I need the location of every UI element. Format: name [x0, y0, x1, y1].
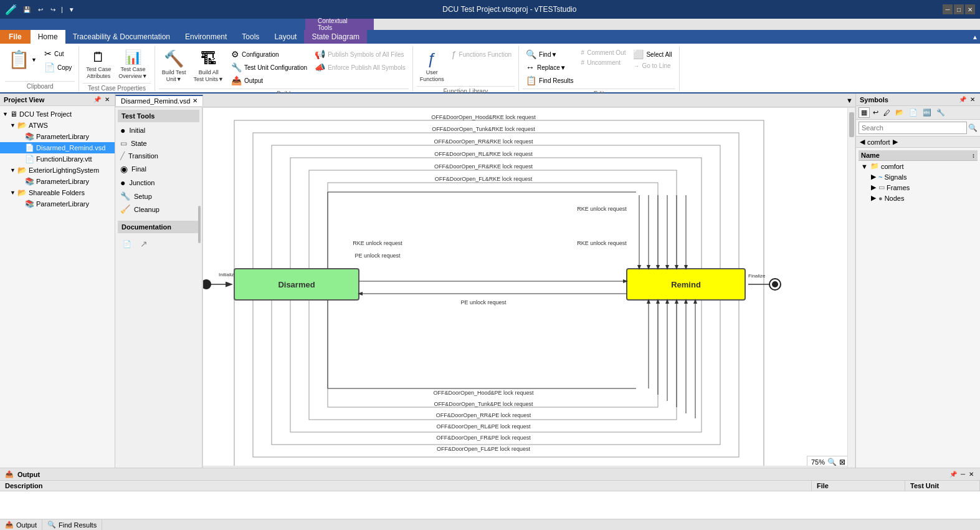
- quick-redo[interactable]: ↪: [49, 5, 57, 14]
- publish-symbols-btn[interactable]: 📢 Publish Symbols of All Files: [312, 48, 409, 60]
- zoom-reset-btn[interactable]: ⊠: [839, 458, 845, 466]
- zoom-fit-btn[interactable]: 🔍: [827, 458, 837, 466]
- functions-function-btn[interactable]: ƒ Functions Function: [449, 48, 515, 60]
- goto-line-btn[interactable]: → Go to Line: [630, 61, 675, 70]
- sym-btn-3[interactable]: 🖊: [882, 108, 892, 117]
- doc-tool-2[interactable]: ↗: [138, 237, 150, 251]
- symbols-breadcrumb-arrow-left[interactable]: ◀: [860, 138, 865, 146]
- uncomment-btn[interactable]: # Uncomment: [578, 58, 629, 67]
- doc-tool-1[interactable]: 📄: [120, 237, 134, 251]
- tree-item-param1[interactable]: 📚 ParameterLibrary: [0, 131, 115, 142]
- tree-arrow-exterior[interactable]: ▼: [10, 167, 17, 173]
- quick-arrow[interactable]: ▼: [67, 5, 77, 14]
- output-tab-findresults[interactable]: 🔍 Find Results: [42, 519, 102, 530]
- tool-junction[interactable]: ● Junction: [118, 176, 199, 190]
- project-view-close[interactable]: ✕: [103, 95, 111, 104]
- cut-btn[interactable]: ✂ Cut: [41, 47, 75, 60]
- build-test-unit-btn[interactable]: 🔨 Build TestUnit▼: [159, 47, 189, 85]
- tab-tools[interactable]: Tools: [234, 30, 267, 44]
- tab-file[interactable]: File: [0, 30, 31, 44]
- sym-item-comfort[interactable]: ▼ 📁 comfort: [859, 161, 978, 171]
- test-unit-config-btn[interactable]: 🔧 Test Unit Configuration: [228, 61, 310, 74]
- tool-state[interactable]: ▭ State: [118, 137, 199, 150]
- tree-arrow-atws[interactable]: ▼: [10, 122, 17, 128]
- paste-btn[interactable]: 📋 ▼: [5, 47, 40, 72]
- sym-btn-6[interactable]: 🔤: [921, 108, 933, 117]
- testcase-attr-btn[interactable]: 🗒 Test CaseAttributes: [83, 47, 114, 82]
- tab-traceability[interactable]: Traceability & Documentation: [65, 30, 178, 44]
- find-results-btn[interactable]: 📋 Find Results: [523, 74, 577, 87]
- quick-sep: |: [61, 6, 63, 13]
- symbols-close[interactable]: ✕: [969, 95, 976, 104]
- tree-item-atws[interactable]: ▼ 📂 ATWS: [0, 120, 115, 131]
- copy-btn[interactable]: 📄 Copy: [41, 61, 75, 74]
- quick-undo[interactable]: ↩: [36, 5, 45, 14]
- symbols-breadcrumb-arrow-right[interactable]: ▶: [893, 138, 898, 146]
- configuration-btn[interactable]: ⚙ Configuration: [228, 48, 310, 60]
- doc-icon-1: 📄: [123, 240, 131, 248]
- tree-item-disarmed-vsd[interactable]: 📄 Disarmed_Remind.vsd: [0, 142, 115, 153]
- output-btn[interactable]: 📤 Output: [228, 74, 310, 87]
- output-pin[interactable]: 📌: [948, 470, 958, 478]
- tree-item-shareable[interactable]: ▼ 📂 Shareable Folders: [0, 187, 115, 198]
- replace-btn[interactable]: ↔ Replace▼: [523, 61, 577, 74]
- tree-item-param3[interactable]: 📚 ParameterLibrary: [0, 198, 115, 210]
- symbols-pin[interactable]: 📌: [958, 95, 968, 104]
- tool-initial[interactable]: ● Initial: [118, 123, 199, 137]
- tree-arrow-shareable[interactable]: ▼: [10, 190, 17, 196]
- diagram-area[interactable]: OFF&DoorOpen_Hood&RKE lock request OFF&D…: [202, 107, 855, 474]
- diagram-vscrollbar[interactable]: [847, 108, 855, 473]
- sym-btn-5[interactable]: 📄: [907, 108, 920, 117]
- sym-btn-7[interactable]: 🔧: [935, 108, 947, 117]
- sym-item-frames[interactable]: ▶ ▭ Frames: [859, 182, 978, 193]
- svg-text:OFF&DoorOpen_FR&RKE lock reque: OFF&DoorOpen_FR&RKE lock request: [434, 163, 533, 170]
- tree-item-param2[interactable]: 📚 ParameterLibrary: [0, 176, 115, 187]
- build-all-test-units-btn[interactable]: 🏗 Build AllTest Units▼: [191, 47, 227, 85]
- tab-state-diagram[interactable]: State Diagram: [304, 30, 367, 44]
- testcase-overview-btn[interactable]: 📊 Test CaseOverview▼: [115, 47, 150, 82]
- project-view-pin[interactable]: 📌: [92, 95, 102, 104]
- sym-item-nodes[interactable]: ▶ ● Nodes: [859, 193, 978, 203]
- user-functions-btn[interactable]: ƒ UserFunctions: [417, 47, 447, 85]
- build-all-icon: 🏗: [201, 49, 217, 69]
- state-icon: ▭: [120, 139, 127, 148]
- tool-cleanup[interactable]: 🧹 Cleanup: [118, 203, 199, 216]
- tree-item-exterior[interactable]: ▼ 📂 ExteriorLightingSystem: [0, 165, 115, 176]
- tool-final[interactable]: ◉ Final: [118, 162, 199, 176]
- maximize-btn[interactable]: □: [954, 4, 964, 14]
- svg-text:Finalize: Finalize: [748, 273, 766, 279]
- sym-btn-1[interactable]: ▦: [859, 107, 870, 118]
- tab-environment[interactable]: Environment: [178, 30, 234, 44]
- doc-tab-close[interactable]: ✕: [193, 97, 197, 104]
- sym-btn-4[interactable]: 📂: [893, 108, 906, 117]
- symbols-search-input[interactable]: [859, 122, 967, 134]
- publish-btns: 📢 Publish Symbols of All Files 📣 Enforce…: [312, 47, 409, 74]
- tab-layout[interactable]: Layout: [267, 30, 304, 44]
- enforce-publish-btn[interactable]: 📣 Enforce Publish All Symbols: [312, 61, 409, 74]
- doc-tab-disarmed[interactable]: Disarmed_Remind.vsd ✕: [115, 95, 203, 106]
- tool-transition[interactable]: ╱ Transition: [118, 150, 199, 162]
- close-btn[interactable]: ✕: [965, 4, 975, 14]
- comment-out-btn[interactable]: # Comment Out: [578, 48, 629, 57]
- tree-item-dcu[interactable]: ▼ 🖥 DCU Test Project: [0, 108, 115, 120]
- output-close[interactable]: ✕: [968, 470, 975, 478]
- find-btn[interactable]: 🔍 Find▼: [523, 48, 577, 60]
- output-tab-output[interactable]: 📤 Output: [0, 519, 42, 530]
- output-title: Output: [17, 471, 40, 478]
- diagram-vscroll-thumb[interactable]: [849, 112, 854, 137]
- output-minimize[interactable]: ─: [959, 470, 966, 478]
- tree-arrow-dcu[interactable]: ▼: [2, 111, 10, 117]
- doc-dropdown[interactable]: ▼: [844, 95, 855, 105]
- tool-setup[interactable]: 🔧 Setup: [118, 190, 199, 203]
- tree-item-funclib[interactable]: 📄 FunctionLibrary.vtt: [0, 153, 115, 165]
- ribbon-collapse[interactable]: ▲: [970, 30, 980, 44]
- name-sort[interactable]: ↕: [972, 152, 975, 159]
- initial-icon: ●: [120, 125, 125, 135]
- sym-item-signals[interactable]: ▶ ~ Signals: [859, 171, 978, 182]
- tab-home[interactable]: Home: [31, 30, 65, 44]
- quick-save[interactable]: 💾: [21, 5, 32, 14]
- select-all-btn[interactable]: ⬜ Select All: [630, 48, 675, 60]
- sym-btn-2[interactable]: ↩: [871, 108, 880, 117]
- symbols-search-btn[interactable]: 🔍: [968, 123, 978, 132]
- minimize-btn[interactable]: ─: [943, 4, 953, 14]
